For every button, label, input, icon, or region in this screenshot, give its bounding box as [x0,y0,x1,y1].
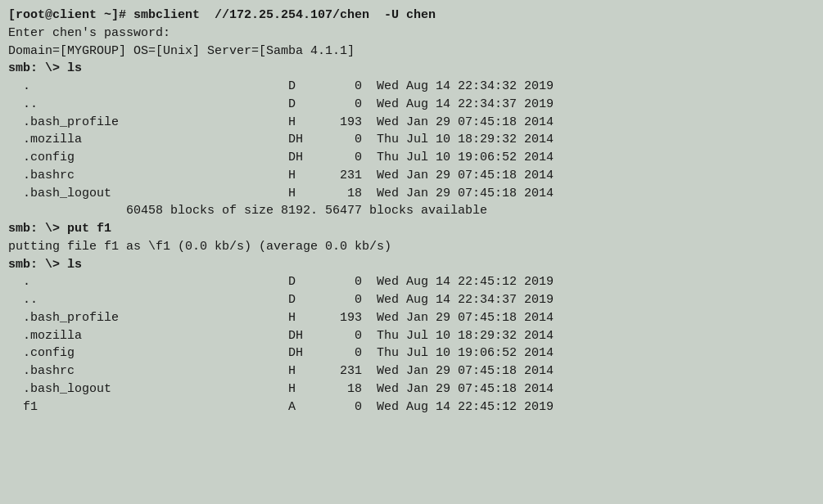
terminal-line-row1: . D 0 Wed Aug 14 22:34:32 2019 [8,78,815,96]
terminal-line-row7: .bash_logout H 18 Wed Jan 29 07:45:18 20… [8,185,815,203]
terminal-line-row2: .. D 0 Wed Aug 14 22:34:37 2019 [8,96,815,114]
terminal-line-row8: . D 0 Wed Aug 14 22:45:12 2019 [8,273,815,291]
terminal-line-pw: Enter chen's password: [8,25,815,43]
terminal-line-domain: Domain=[MYGROUP] OS=[Unix] Server=[Samba… [8,43,815,61]
terminal-line-row4: .mozilla DH 0 Thu Jul 10 18:29:32 2014 [8,131,815,149]
terminal-line-putting: putting file f1 as \f1 (0.0 kb/s) (avera… [8,238,815,256]
terminal-line-row9: .. D 0 Wed Aug 14 22:34:37 2019 [8,291,815,309]
terminal-line-blocks: 60458 blocks of size 8192. 56477 blocks … [8,202,815,220]
terminal-line-ls2: smb: \> ls [8,256,815,274]
terminal-window[interactable]: [root@client ~]# smbclient //172.25.254.… [0,0,823,504]
terminal-line-row5: .config DH 0 Thu Jul 10 19:06:52 2014 [8,149,815,167]
terminal-line-row15: f1 A 0 Wed Aug 14 22:45:12 2019 [8,398,815,416]
terminal-line-put: smb: \> put f1 [8,220,815,238]
terminal-line-cmd1: [root@client ~]# smbclient //172.25.254.… [8,7,815,25]
terminal-line-row13: .bashrc H 231 Wed Jan 29 07:45:18 2014 [8,362,815,380]
terminal-line-row3: .bash_profile H 193 Wed Jan 29 07:45:18 … [8,114,815,132]
terminal-line-row11: .mozilla DH 0 Thu Jul 10 18:29:32 2014 [8,327,815,345]
terminal-line-row6: .bashrc H 231 Wed Jan 29 07:45:18 2014 [8,167,815,185]
terminal-line-row12: .config DH 0 Thu Jul 10 19:06:52 2014 [8,344,815,362]
terminal-line-row10: .bash_profile H 193 Wed Jan 29 07:45:18 … [8,309,815,327]
terminal-line-row14: .bash_logout H 18 Wed Jan 29 07:45:18 20… [8,380,815,398]
terminal-line-ls1: smb: \> ls [8,60,815,78]
